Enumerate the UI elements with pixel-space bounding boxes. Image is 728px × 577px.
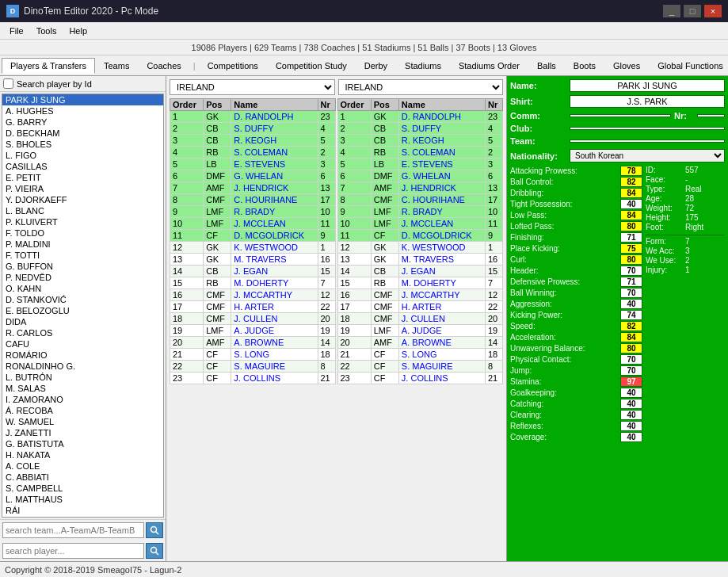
menu-help[interactable]: Help <box>63 25 93 37</box>
player-name-link[interactable]: S. DUFFY <box>402 124 441 133</box>
player-name-link[interactable]: S. LONG <box>402 350 437 359</box>
table-row[interactable]: 21CFS. LONG18 <box>170 349 336 361</box>
table-row[interactable]: 14CBJ. EGAN15 <box>337 266 503 277</box>
player-name-link[interactable]: S. MAGUIRE <box>234 361 285 371</box>
player-item[interactable]: L. FIGO <box>2 150 163 161</box>
player-item[interactable]: C. ABBIATI <box>2 472 163 483</box>
player-name-link[interactable]: J. MCCARTHY <box>402 290 460 300</box>
search-player-input[interactable] <box>2 543 144 559</box>
table-row[interactable]: 8CMFC. HOURIHANE17 <box>337 194 503 206</box>
player-item[interactable]: E. BELOZOGLU <box>2 305 163 316</box>
player-item[interactable]: W. SAMUEL <box>2 416 163 427</box>
table-row[interactable]: 11CFD. MCGOLDRICK9 <box>170 230 336 242</box>
tab-coaches[interactable]: Coaches <box>138 58 189 74</box>
table-row[interactable]: 7AMFJ. HENDRICK13 <box>170 182 336 194</box>
player-name-link[interactable]: C. HOURIHANE <box>234 195 297 204</box>
table-row[interactable]: 13GKM. TRAVERS16 <box>337 254 503 266</box>
player-name-link[interactable]: J. EGAN <box>402 266 436 276</box>
table-row[interactable]: 15RBM. DOHERTY7 <box>170 277 336 289</box>
player-item[interactable]: RÁI <box>2 505 163 516</box>
table-row[interactable]: 5LBE. STEVENS3 <box>337 159 503 170</box>
player-name-link[interactable]: G. WHELAN <box>402 171 451 181</box>
tab-teams[interactable]: Teams <box>95 58 138 74</box>
player-name-link[interactable]: S. MAGUIRE <box>402 361 453 371</box>
table-row[interactable]: 10LMFJ. MCCLEAN11 <box>170 218 336 230</box>
table-row[interactable]: 19LMFA. JUDGE19 <box>170 325 336 337</box>
table-row[interactable]: 12GKK. WESTWOOD1 <box>170 242 336 254</box>
table-row[interactable]: 18CMFJ. CULLEN20 <box>337 313 503 325</box>
player-item[interactable]: L. BLANC <box>2 205 163 216</box>
table-row[interactable]: 16CMFJ. MCCARTHY12 <box>337 289 503 301</box>
player-name-link[interactable]: D. MCGOLDRICK <box>402 231 472 240</box>
table-row[interactable]: 10LMFJ. MCCLEAN11 <box>337 218 503 230</box>
player-name-link[interactable]: G. WHELAN <box>234 171 283 181</box>
table-row[interactable]: 22CFS. MAGUIRE8 <box>337 361 503 373</box>
tab-stadiums[interactable]: Stadiums <box>396 58 450 74</box>
table-row[interactable]: 14CBJ. EGAN15 <box>170 266 336 277</box>
table-row[interactable]: 23CFJ. COLLINS21 <box>170 373 336 384</box>
table-row[interactable]: 23CFJ. COLLINS21 <box>337 373 503 384</box>
player-item[interactable]: P. MALDINI <box>2 239 163 250</box>
player-item[interactable]: M. SALAS <box>2 383 163 394</box>
menu-file[interactable]: File <box>3 25 30 37</box>
tab-gloves[interactable]: Gloves <box>604 58 649 74</box>
table-row[interactable]: 4RBS. COLEMAN2 <box>170 147 336 159</box>
table-row[interactable]: 21CFS. LONG18 <box>337 349 503 361</box>
player-item[interactable]: Y. DJORKAEFF <box>2 194 163 205</box>
table-row[interactable]: 12GKK. WESTWOOD1 <box>337 242 503 254</box>
player-name-link[interactable]: A. BROWNE <box>402 338 452 347</box>
tab-competition-study[interactable]: Competition Study <box>267 58 356 74</box>
player-name-link[interactable]: H. ARTER <box>234 302 274 311</box>
table-row[interactable]: 20AMFA. BROWNE14 <box>337 337 503 349</box>
player-item[interactable]: CAFU <box>2 338 163 350</box>
player-name-link[interactable]: H. ARTER <box>402 302 442 311</box>
player-item[interactable]: I. ZAMORANO <box>2 394 163 405</box>
player-item[interactable]: PARK JI SUNG <box>2 94 163 105</box>
table-row[interactable]: 6DMFG. WHELAN6 <box>170 170 336 182</box>
player-name-link[interactable]: C. HOURIHANE <box>402 195 465 204</box>
table-row[interactable]: 9LMFR. BRADY10 <box>170 206 336 218</box>
table-row[interactable]: 16CMFJ. MCCARTHY12 <box>170 289 336 301</box>
player-item[interactable]: P. VIEIRA <box>2 183 163 194</box>
table-row[interactable]: 7AMFJ. HENDRICK13 <box>337 182 503 194</box>
table-row[interactable]: 22CFS. MAGUIRE8 <box>170 361 336 373</box>
table-row[interactable]: 8CMFC. HOURIHANE17 <box>170 194 336 206</box>
player-item[interactable]: D. STANKOVIĆ <box>2 294 163 305</box>
table-row[interactable]: 17CMFH. ARTER22 <box>337 301 503 313</box>
tab-balls[interactable]: Balls <box>528 58 565 74</box>
search-team-button[interactable] <box>146 522 163 538</box>
player-name-link[interactable]: M. DOHERTY <box>402 278 456 288</box>
player-item[interactable]: L. MATTHAUS <box>2 494 163 505</box>
table-row[interactable]: 1GKD. RANDOLPH23 <box>170 111 336 123</box>
player-name-link[interactable]: M. TRAVERS <box>234 254 286 264</box>
player-name-link[interactable]: R. BRADY <box>234 207 275 216</box>
tab-derby[interactable]: Derby <box>356 58 396 74</box>
table-row[interactable]: 2CBS. DUFFY4 <box>337 123 503 135</box>
table-row[interactable]: 19LMFA. JUDGE19 <box>337 325 503 337</box>
player-name-link[interactable]: J. CULLEN <box>234 314 277 323</box>
table-row[interactable]: 5LBE. STEVENS3 <box>170 159 336 170</box>
tab-players-transfers[interactable]: Players & Transfers <box>2 58 95 74</box>
player-name-link[interactable]: E. STEVENS <box>234 159 285 169</box>
player-name-link[interactable]: J. COLLINS <box>402 373 448 383</box>
table-row[interactable]: 2CBS. DUFFY4 <box>170 123 336 135</box>
player-item[interactable]: G. BATISTUTA <box>2 438 163 449</box>
search-by-id-checkbox[interactable] <box>3 78 13 89</box>
player-name-link[interactable]: J. EGAN <box>234 266 268 276</box>
player-item[interactable]: O. KAHN <box>2 283 163 294</box>
player-item[interactable]: S. BHOLES <box>2 139 163 150</box>
player-item[interactable]: R. GULLIT <box>2 516 163 518</box>
table-row[interactable]: 18CMFJ. CULLEN20 <box>170 313 336 325</box>
player-item[interactable]: D. BECKHAM <box>2 128 163 139</box>
player-item[interactable]: CASILLAS <box>2 161 163 172</box>
table-row[interactable]: 1GKD. RANDOLPH23 <box>337 111 503 123</box>
table-row[interactable]: 20AMFA. BROWNE14 <box>170 337 336 349</box>
player-item[interactable]: P. KLUIVERT <box>2 216 163 227</box>
player-item[interactable]: A. HUGHES <box>2 105 163 117</box>
table-row[interactable]: 13GKM. TRAVERS16 <box>170 254 336 266</box>
nationality-dropdown[interactable]: South KoreanEnglishFrenchBrazilianIrishS… <box>570 149 725 162</box>
close-button[interactable]: × <box>704 5 722 17</box>
player-name-link[interactable]: R. KEOGH <box>234 136 276 145</box>
player-name-link[interactable]: J. COLLINS <box>234 373 280 383</box>
player-name-link[interactable]: J. HENDRICK <box>402 183 456 193</box>
